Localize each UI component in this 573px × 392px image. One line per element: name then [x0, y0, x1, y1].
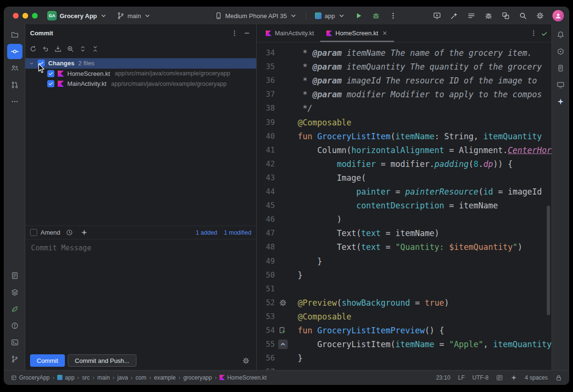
commit-and-push-button[interactable]: Commit and Push...	[68, 354, 136, 367]
run-config-selector[interactable]: app	[312, 10, 348, 21]
ai-sparkle-icon[interactable]	[510, 374, 517, 381]
file-row-mainactivity-kt[interactable]: MainActivity.ktapp/src/main/java/com/exa…	[25, 79, 256, 89]
commit-message-input[interactable]: Commit Message	[25, 239, 256, 351]
tool-window-resource-button[interactable]	[7, 268, 22, 283]
changes-group-label: Changes	[48, 60, 74, 67]
indent-setting[interactable]: 4 spaces	[525, 374, 548, 381]
breadcrumb-homescreen-kt[interactable]: HomeScreen.kt	[219, 374, 267, 381]
editor-scrollbar[interactable]	[547, 206, 550, 315]
commit-settings-button[interactable]	[240, 355, 251, 366]
inspections-ok-icon[interactable]	[541, 31, 548, 37]
branch-name: main	[127, 12, 141, 20]
tool-window-leaf-button[interactable]	[7, 301, 22, 317]
commit-icon	[11, 48, 19, 55]
breadcrumb-separator: ›	[52, 374, 54, 381]
profile-avatar[interactable]	[552, 10, 564, 21]
ai-commit-message-button[interactable]	[78, 227, 90, 238]
file-checkbox[interactable]	[47, 70, 54, 77]
line-separator[interactable]: LF	[458, 374, 465, 381]
project-selector[interactable]: GA Grocery App	[44, 10, 110, 22]
breadcrumb-example[interactable]: example	[154, 374, 176, 381]
expand-button[interactable]	[77, 43, 88, 54]
tool-window-terminal-button[interactable]	[7, 335, 22, 350]
breadcrumb-java[interactable]: java	[117, 374, 128, 381]
tab-mainactivity-kt[interactable]: MainActivity.kt	[260, 24, 320, 42]
minimize-window-button[interactable]	[22, 13, 28, 19]
tool-window-commit-button[interactable]	[7, 44, 22, 59]
tool-window-structure-button[interactable]	[7, 61, 22, 76]
kotlin-file-icon	[58, 81, 64, 87]
kotlin-file-icon	[219, 375, 225, 380]
commit-options-button[interactable]	[229, 27, 240, 39]
commit-button[interactable]: Commit	[30, 354, 65, 367]
gemini-assist-button[interactable]	[448, 9, 461, 22]
added-count-link[interactable]: 1 added	[196, 229, 217, 236]
code-editor[interactable]: 33 *34 * @param itemName The name of the…	[257, 42, 552, 370]
running-devices-button[interactable]	[430, 9, 444, 22]
file-encoding[interactable]: UTF-8	[472, 374, 489, 381]
layout-inspector-button[interactable]	[499, 9, 512, 22]
branch-selector[interactable]: main	[114, 10, 154, 21]
cursor-position[interactable]: 23:10	[436, 374, 450, 381]
breadcrumb-separator: ›	[131, 374, 133, 381]
amend-checkbox[interactable]	[30, 229, 37, 236]
tool-window-problems-button[interactable]	[7, 318, 22, 333]
breadcrumb-groceryapp[interactable]: groceryapp	[183, 374, 212, 381]
hide-panel-button[interactable]	[241, 27, 252, 39]
settings-button[interactable]	[533, 9, 547, 22]
commit-history-button[interactable]	[63, 227, 75, 238]
breadcrumb-separator: ›	[215, 374, 217, 381]
tab-options-button[interactable]	[528, 27, 539, 39]
changes-group-row[interactable]: Changes 2 files	[25, 58, 256, 69]
chevron-down-icon[interactable]	[28, 61, 35, 66]
tool-window-bell-button[interactable]	[554, 28, 567, 41]
tool-window-more-button[interactable]	[7, 94, 22, 109]
tool-window-gradle-button[interactable]	[554, 45, 567, 58]
debug-button[interactable]	[369, 9, 383, 22]
breadcrumb-src[interactable]: src	[82, 374, 90, 381]
chevron-up-gutter-icon[interactable]	[278, 340, 288, 349]
close-window-button[interactable]	[13, 13, 19, 19]
lock-icon[interactable]	[555, 374, 562, 381]
diff-button[interactable]	[64, 43, 76, 54]
run-preview-gutter-icon[interactable]	[278, 326, 288, 335]
terminal-icon	[11, 339, 19, 346]
tool-window-gemini-button[interactable]	[554, 95, 567, 108]
search-everywhere-button[interactable]	[516, 9, 530, 22]
check-icon	[48, 81, 53, 86]
file-checkbox[interactable]	[47, 80, 54, 87]
code-line-48: 48 Text(text = "Quantity: $itemQuantity"…	[257, 240, 552, 254]
close-tab-icon[interactable]	[382, 30, 388, 36]
gear-gutter-icon[interactable]	[278, 298, 288, 308]
file-row-homescreen-kt[interactable]: HomeScreen.ktapp/src/main/java/com/examp…	[25, 69, 256, 79]
check-icon	[541, 31, 548, 37]
refresh-button[interactable]	[27, 43, 39, 54]
tool-window-monitor-button[interactable]	[554, 78, 567, 92]
changes-count: 2 files	[78, 60, 94, 67]
logcat-button[interactable]	[465, 9, 478, 22]
breadcrumb-com[interactable]: com	[135, 374, 146, 381]
run-button[interactable]	[352, 9, 365, 22]
tool-window-layers-button[interactable]	[7, 285, 22, 300]
code-line-57: 57	[257, 365, 552, 370]
tool-window-branch-button[interactable]	[7, 351, 22, 367]
tab-homescreen-kt[interactable]: HomeScreen.kt	[320, 24, 394, 42]
more-run-options-button[interactable]	[386, 9, 400, 22]
app-inspection-button[interactable]	[482, 9, 495, 22]
breadcrumb-groceryapp[interactable]: GroceryApp	[11, 374, 50, 381]
breadcrumb: GroceryApp›app›src›main›java›com›example…	[11, 374, 267, 381]
zoom-window-button[interactable]	[32, 13, 38, 19]
tool-window-folder-button[interactable]	[7, 27, 22, 42]
device-selector[interactable]: Medium Phone API 35	[212, 10, 300, 21]
collapse-button[interactable]	[89, 43, 101, 54]
tool-window-device-explorer-button[interactable]	[554, 62, 567, 75]
reader-mode-icon[interactable]	[496, 374, 503, 381]
line-number: 55	[257, 338, 275, 351]
breadcrumb-main[interactable]: main	[97, 374, 110, 381]
tool-window-pull-request-button[interactable]	[7, 77, 22, 93]
breadcrumb-app[interactable]: app	[57, 374, 74, 381]
modified-count-link[interactable]: 1 modified	[224, 229, 251, 236]
code-line-45: 45 contentDescription = itemName	[257, 199, 552, 213]
shelve-button[interactable]	[52, 43, 63, 54]
rollback-button[interactable]	[40, 43, 51, 54]
